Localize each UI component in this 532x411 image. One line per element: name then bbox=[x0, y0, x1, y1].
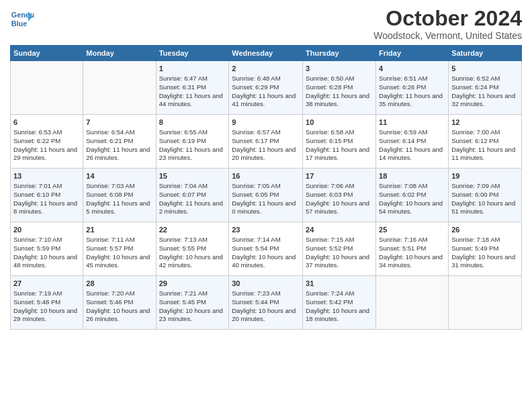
day-info: Sunrise: 7:24 AMSunset: 5:42 PMDaylight:… bbox=[306, 289, 369, 322]
day-info: Sunrise: 7:11 AMSunset: 5:57 PMDaylight:… bbox=[86, 236, 150, 269]
day-info: Sunrise: 7:19 AMSunset: 5:48 PMDaylight:… bbox=[13, 289, 77, 322]
day-info: Sunrise: 7:20 AMSunset: 5:46 PMDaylight:… bbox=[86, 289, 150, 322]
calendar-cell: 11Sunrise: 6:59 AMSunset: 6:14 PMDayligh… bbox=[376, 115, 449, 169]
day-info: Sunrise: 6:50 AMSunset: 6:28 PMDaylight:… bbox=[306, 75, 369, 107]
day-number: 10 bbox=[306, 118, 373, 128]
day-info: Sunrise: 6:53 AMSunset: 6:22 PMDaylight:… bbox=[13, 128, 77, 161]
day-info: Sunrise: 7:05 AMSunset: 6:05 PMDaylight:… bbox=[232, 182, 296, 215]
day-number: 7 bbox=[86, 118, 152, 128]
day-number: 29 bbox=[159, 279, 226, 289]
day-info: Sunrise: 7:16 AMSunset: 5:51 PMDaylight:… bbox=[379, 236, 443, 269]
day-info: Sunrise: 7:21 AMSunset: 5:45 PMDaylight:… bbox=[159, 289, 223, 322]
day-header: Tuesday bbox=[156, 46, 229, 61]
day-number: 8 bbox=[159, 118, 226, 128]
day-header: Monday bbox=[83, 46, 156, 61]
calendar-cell: 13Sunrise: 7:01 AMSunset: 6:10 PMDayligh… bbox=[11, 169, 83, 222]
calendar-cell: 12Sunrise: 7:00 AMSunset: 6:12 PMDayligh… bbox=[449, 115, 522, 169]
day-header: Saturday bbox=[449, 46, 522, 61]
day-number: 4 bbox=[379, 64, 445, 74]
day-number: 31 bbox=[306, 279, 373, 289]
calendar-cell bbox=[376, 276, 449, 330]
day-info: Sunrise: 7:14 AMSunset: 5:54 PMDaylight:… bbox=[232, 236, 296, 269]
calendar-cell: 10Sunrise: 6:58 AMSunset: 6:15 PMDayligh… bbox=[303, 115, 376, 169]
page-subtitle: Woodstock, Vermont, United States bbox=[373, 30, 522, 41]
day-info: Sunrise: 7:10 AMSunset: 5:59 PMDaylight:… bbox=[13, 236, 77, 269]
calendar-cell: 16Sunrise: 7:05 AMSunset: 6:05 PMDayligh… bbox=[229, 169, 303, 222]
day-info: Sunrise: 6:57 AMSunset: 6:17 PMDaylight:… bbox=[232, 128, 296, 161]
day-number: 23 bbox=[232, 225, 300, 235]
day-number: 20 bbox=[13, 225, 80, 235]
day-number: 26 bbox=[451, 225, 519, 235]
calendar-cell: 19Sunrise: 7:09 AMSunset: 6:00 PMDayligh… bbox=[449, 169, 522, 222]
calendar-cell: 24Sunrise: 7:15 AMSunset: 5:52 PMDayligh… bbox=[303, 222, 376, 276]
day-number: 5 bbox=[451, 64, 519, 74]
calendar-cell: 26Sunrise: 7:18 AMSunset: 5:49 PMDayligh… bbox=[449, 222, 522, 276]
svg-text:Blue: Blue bbox=[11, 19, 27, 28]
day-info: Sunrise: 7:15 AMSunset: 5:52 PMDaylight:… bbox=[306, 236, 369, 269]
day-number: 22 bbox=[159, 225, 226, 235]
calendar-cell bbox=[449, 276, 522, 330]
day-number: 28 bbox=[86, 279, 152, 289]
calendar-cell: 9Sunrise: 6:57 AMSunset: 6:17 PMDaylight… bbox=[229, 115, 303, 169]
day-number: 3 bbox=[306, 64, 373, 74]
day-number: 13 bbox=[13, 171, 80, 181]
calendar-cell: 17Sunrise: 7:06 AMSunset: 6:03 PMDayligh… bbox=[303, 169, 376, 222]
day-info: Sunrise: 7:04 AMSunset: 6:07 PMDaylight:… bbox=[159, 182, 223, 215]
day-info: Sunrise: 7:08 AMSunset: 6:02 PMDaylight:… bbox=[379, 182, 443, 215]
day-header: Thursday bbox=[303, 46, 376, 61]
day-info: Sunrise: 6:58 AMSunset: 6:15 PMDaylight:… bbox=[306, 128, 369, 161]
calendar-cell: 6Sunrise: 6:53 AMSunset: 6:22 PMDaylight… bbox=[11, 115, 83, 169]
calendar-cell: 4Sunrise: 6:51 AMSunset: 6:26 PMDaylight… bbox=[376, 61, 449, 115]
calendar-cell: 21Sunrise: 7:11 AMSunset: 5:57 PMDayligh… bbox=[83, 222, 156, 276]
day-header: Wednesday bbox=[229, 46, 303, 61]
calendar-cell: 18Sunrise: 7:08 AMSunset: 6:02 PMDayligh… bbox=[376, 169, 449, 222]
page-title: October 2024 bbox=[373, 7, 522, 30]
day-number: 25 bbox=[379, 225, 445, 235]
calendar-cell: 30Sunrise: 7:23 AMSunset: 5:44 PMDayligh… bbox=[229, 276, 303, 330]
day-info: Sunrise: 7:18 AMSunset: 5:49 PMDaylight:… bbox=[451, 236, 515, 269]
main-container: General Blue October 2024 Woodstock, Ver… bbox=[0, 0, 532, 336]
day-number: 21 bbox=[86, 225, 152, 235]
calendar-cell: 1Sunrise: 6:47 AMSunset: 6:31 PMDaylight… bbox=[156, 61, 229, 115]
calendar-cell: 22Sunrise: 7:13 AMSunset: 5:55 PMDayligh… bbox=[156, 222, 229, 276]
day-number: 19 bbox=[451, 171, 519, 181]
title-block: October 2024 Woodstock, Vermont, United … bbox=[373, 7, 522, 41]
calendar-cell: 28Sunrise: 7:20 AMSunset: 5:46 PMDayligh… bbox=[83, 276, 156, 330]
day-info: Sunrise: 7:06 AMSunset: 6:03 PMDaylight:… bbox=[306, 182, 369, 215]
day-number: 9 bbox=[232, 118, 300, 128]
calendar-cell: 23Sunrise: 7:14 AMSunset: 5:54 PMDayligh… bbox=[229, 222, 303, 276]
calendar-cell: 8Sunrise: 6:55 AMSunset: 6:19 PMDaylight… bbox=[156, 115, 229, 169]
logo: General Blue bbox=[10, 7, 34, 31]
day-info: Sunrise: 7:00 AMSunset: 6:12 PMDaylight:… bbox=[451, 128, 515, 161]
day-number: 2 bbox=[232, 64, 300, 74]
day-info: Sunrise: 6:55 AMSunset: 6:19 PMDaylight:… bbox=[159, 128, 223, 161]
calendar-cell: 14Sunrise: 7:03 AMSunset: 6:08 PMDayligh… bbox=[83, 169, 156, 222]
calendar-cell: 31Sunrise: 7:24 AMSunset: 5:42 PMDayligh… bbox=[303, 276, 376, 330]
calendar-cell: 7Sunrise: 6:54 AMSunset: 6:21 PMDaylight… bbox=[83, 115, 156, 169]
calendar-cell: 15Sunrise: 7:04 AMSunset: 6:07 PMDayligh… bbox=[156, 169, 229, 222]
calendar-cell: 3Sunrise: 6:50 AMSunset: 6:28 PMDaylight… bbox=[303, 61, 376, 115]
calendar-cell: 25Sunrise: 7:16 AMSunset: 5:51 PMDayligh… bbox=[376, 222, 449, 276]
calendar-cell bbox=[11, 61, 83, 115]
day-info: Sunrise: 7:13 AMSunset: 5:55 PMDaylight:… bbox=[159, 236, 223, 269]
day-info: Sunrise: 7:01 AMSunset: 6:10 PMDaylight:… bbox=[13, 182, 77, 215]
day-number: 18 bbox=[379, 171, 445, 181]
day-number: 1 bbox=[159, 64, 226, 74]
day-number: 27 bbox=[13, 279, 80, 289]
day-info: Sunrise: 6:54 AMSunset: 6:21 PMDaylight:… bbox=[86, 128, 150, 161]
calendar-cell: 20Sunrise: 7:10 AMSunset: 5:59 PMDayligh… bbox=[11, 222, 83, 276]
day-number: 16 bbox=[232, 171, 300, 181]
day-info: Sunrise: 7:23 AMSunset: 5:44 PMDaylight:… bbox=[232, 289, 296, 322]
calendar-cell: 2Sunrise: 6:48 AMSunset: 6:29 PMDaylight… bbox=[229, 61, 303, 115]
day-number: 30 bbox=[232, 279, 300, 289]
day-info: Sunrise: 6:52 AMSunset: 6:24 PMDaylight:… bbox=[451, 75, 515, 107]
calendar-cell: 29Sunrise: 7:21 AMSunset: 5:45 PMDayligh… bbox=[156, 276, 229, 330]
day-number: 15 bbox=[159, 171, 226, 181]
day-number: 12 bbox=[451, 118, 519, 128]
day-number: 17 bbox=[306, 171, 373, 181]
day-info: Sunrise: 6:51 AMSunset: 6:26 PMDaylight:… bbox=[379, 75, 443, 107]
day-info: Sunrise: 7:09 AMSunset: 6:00 PMDaylight:… bbox=[451, 182, 515, 215]
calendar-table: SundayMondayTuesdayWednesdayThursdayFrid… bbox=[10, 45, 522, 330]
calendar-cell: 27Sunrise: 7:19 AMSunset: 5:48 PMDayligh… bbox=[11, 276, 83, 330]
day-info: Sunrise: 6:48 AMSunset: 6:29 PMDaylight:… bbox=[232, 75, 296, 107]
